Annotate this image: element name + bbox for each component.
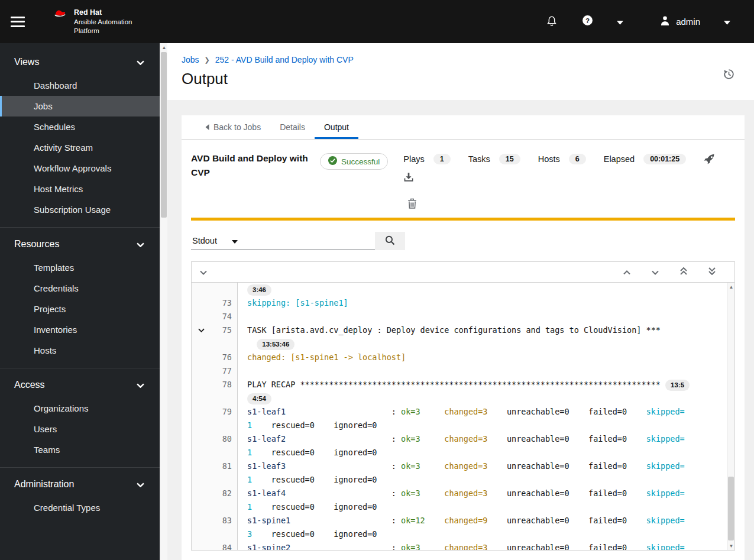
- line-number[interactable]: 74: [211, 310, 237, 323]
- sidebar-item-credential-types[interactable]: Credential Types: [0, 497, 160, 518]
- breadcrumb-current[interactable]: 252 - AVD Build and Deploy with CVP: [215, 55, 354, 64]
- sidebar-item-workflow-approvals[interactable]: Workflow Approvals: [0, 158, 160, 179]
- sidebar-item-activity-stream[interactable]: Activity Stream: [0, 137, 160, 158]
- history-icon: [723, 72, 735, 82]
- log-gutter: [192, 473, 238, 487]
- breadcrumb-link-jobs[interactable]: Jobs: [182, 55, 199, 64]
- log-scrollbar-up-arrow-icon[interactable]: ▲: [727, 283, 734, 291]
- sidebar-item-teams[interactable]: Teams: [0, 439, 160, 460]
- expand-cell: [192, 514, 211, 527]
- scroll-previous-button[interactable]: [613, 268, 641, 277]
- sidebar-nav: ViewsDashboardJobsSchedulesActivity Stre…: [0, 43, 160, 560]
- log-row: 75TASK [arista.avd.cv_deploy : Deploy de…: [192, 323, 727, 337]
- sidebar-scrollbar[interactable]: ▲: [160, 43, 167, 560]
- help-dropdown-caret-icon: [617, 17, 623, 27]
- sidebar-item-organizations[interactable]: Organizations: [0, 398, 160, 419]
- line-number[interactable]: 76: [211, 351, 237, 364]
- job-name: AVD Build and Deploy with CVP: [191, 151, 320, 180]
- line-number[interactable]: 79: [211, 405, 237, 419]
- scroll-to-top-button[interactable]: [669, 267, 698, 277]
- log-text: unreachable=0 failed=0: [507, 407, 646, 416]
- sidebar-group-access: AccessOrganizationsUsersTeams: [0, 368, 160, 464]
- username: admin: [676, 17, 700, 27]
- breadcrumb-separator-icon: ❯: [205, 56, 210, 64]
- sidebar-item-subscription-usage[interactable]: Subscription Usage: [0, 199, 160, 220]
- line-number[interactable]: 77: [211, 364, 237, 378]
- sidebar-item-inventories[interactable]: Inventories: [0, 319, 160, 340]
- stdout-filter-select[interactable]: Stdout: [191, 232, 244, 250]
- delete-trash-button[interactable]: [407, 198, 417, 209]
- sidebar-item-credentials[interactable]: Credentials: [0, 278, 160, 299]
- notifications-bell-icon[interactable]: [546, 16, 557, 27]
- scroll-to-bottom-button[interactable]: [698, 267, 726, 277]
- log-text: PLAY RECAP *****************************…: [247, 380, 665, 389]
- log-text: ok=3: [401, 407, 444, 416]
- sidebar-item-users[interactable]: Users: [0, 419, 160, 439]
- breadcrumb: Jobs ❯ 252 - AVD Build and Deploy with C…: [182, 55, 736, 64]
- masthead: Red Hat Ansible Automation Platform ? ad…: [0, 0, 754, 43]
- log-scrollbar[interactable]: ▲ ▼: [727, 283, 734, 550]
- line-number[interactable]: 75: [211, 323, 237, 337]
- help-menu[interactable]: ?: [582, 15, 623, 28]
- log-text: unreachable=0 failed=0: [507, 516, 646, 525]
- sidebar-group-header-administration[interactable]: Administration: [0, 471, 160, 497]
- line-number[interactable]: 84: [211, 541, 237, 550]
- sidebar-item-hosts[interactable]: Hosts: [0, 340, 160, 361]
- nav-toggle-hamburger-icon[interactable]: [11, 17, 25, 27]
- collapse-all-toggle[interactable]: [200, 268, 215, 277]
- user-menu[interactable]: admin: [660, 15, 730, 28]
- sidebar-item-dashboard[interactable]: Dashboard: [0, 75, 160, 96]
- log-scrollbar-thumb[interactable]: [728, 477, 734, 540]
- log-gutter: [192, 500, 238, 514]
- sidebar-group-header-views[interactable]: Views: [0, 49, 160, 75]
- line-number[interactable]: 73: [211, 296, 237, 310]
- tab-output[interactable]: Output: [315, 115, 358, 139]
- line-content: 1 rescued=0 ignored=0: [238, 500, 377, 514]
- sidebar-group-header-access[interactable]: Access: [0, 372, 160, 398]
- log-text: s1-leaf2: [247, 434, 286, 444]
- job-progress-bar: [191, 218, 735, 221]
- expand-cell: [192, 541, 211, 550]
- line-number[interactable]: 83: [211, 514, 237, 527]
- expand-task-chevron-icon[interactable]: [192, 323, 211, 337]
- sidebar-item-templates[interactable]: Templates: [0, 257, 160, 278]
- log-text: changed=3: [444, 434, 507, 444]
- sidebar-item-projects[interactable]: Projects: [0, 299, 160, 319]
- sidebar-group-administration: AdministrationCredential Types: [0, 467, 160, 522]
- log-row: 1 rescued=0 ignored=0: [192, 473, 727, 487]
- search-button[interactable]: [375, 232, 405, 250]
- tab-details[interactable]: Details: [270, 115, 315, 139]
- success-check-icon: [328, 156, 337, 167]
- expand-cell: [192, 487, 211, 500]
- expand-cell: [192, 351, 211, 364]
- log-text: s1-spine1: [247, 516, 290, 525]
- scroll-next-button[interactable]: [641, 268, 669, 277]
- output-search-input[interactable]: [244, 232, 375, 250]
- expand-cell: [192, 527, 211, 541]
- log-text: s1-spine2: [247, 543, 290, 550]
- line-number[interactable]: 80: [211, 432, 237, 446]
- line-number[interactable]: 78: [211, 378, 237, 391]
- tab-back-to-jobs[interactable]: Back to Jobs: [196, 115, 270, 139]
- sidebar-group-header-resources[interactable]: Resources: [0, 231, 160, 257]
- download-button[interactable]: [403, 172, 414, 183]
- expand-cell: [192, 446, 211, 459]
- expand-cell: [192, 391, 211, 405]
- log-scrollbar-down-arrow-icon[interactable]: ▼: [727, 542, 734, 550]
- sidebar-item-host-metrics[interactable]: Host Metrics: [0, 179, 160, 199]
- line-number[interactable]: 82: [211, 487, 237, 500]
- sidebar-scrollbar-thumb[interactable]: [161, 52, 167, 218]
- sidebar-item-schedules[interactable]: Schedules: [0, 116, 160, 137]
- line-content: 3 rescued=0 ignored=0: [238, 527, 377, 541]
- relaunch-rocket-button[interactable]: [704, 154, 715, 164]
- expand-cell: [192, 378, 211, 391]
- sidebar-item-jobs[interactable]: Jobs: [0, 96, 160, 116]
- log-row: 1 rescued=0 ignored=0: [192, 500, 727, 514]
- expand-cell: [192, 500, 211, 514]
- line-number: [211, 391, 237, 405]
- log-text: [247, 339, 257, 348]
- log-gutter: 79: [192, 405, 238, 419]
- log-row: 78PLAY RECAP ***************************…: [192, 378, 727, 391]
- line-number[interactable]: 81: [211, 459, 237, 473]
- history-button[interactable]: [723, 68, 735, 83]
